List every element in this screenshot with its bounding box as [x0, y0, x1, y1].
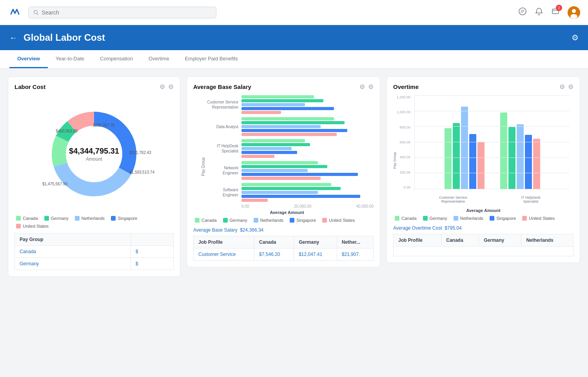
overtime-card: Overtime ⚙ ⚙ 0.00 200.00 400.00 600.00 8…	[387, 76, 580, 263]
avg-salary-summary: Average Base Salary $24,366.34	[193, 227, 374, 233]
search-box[interactable]	[28, 7, 216, 18]
settings-icon-ot[interactable]: ⚙	[568, 83, 573, 91]
col-amount	[131, 234, 173, 246]
settings-icon-salary[interactable]: ⚙	[368, 83, 374, 91]
header-bar: ← Global Labor Cost ⚙	[0, 25, 588, 50]
chart-area	[414, 95, 570, 189]
legend-dot-canada	[16, 216, 21, 221]
tab-ytd[interactable]: Year-to-Date	[48, 50, 92, 68]
nav-icons: 2	[518, 6, 580, 19]
bar-chart-horizontal: Pay Group Customer ServiceRepresentative	[193, 95, 374, 215]
search-input[interactable]	[42, 9, 211, 16]
labor-cost-table: Pay Group Canada $ Germany $	[15, 233, 174, 270]
bell-icon[interactable]	[535, 7, 543, 18]
col-netherlands-ot: Netherlands	[521, 234, 573, 246]
labor-cost-card: Labor Cost ⚙ ⚙ $292,967.35	[8, 76, 180, 277]
donut-chart: $292,967.35 $521,782.43 $460,963.89 $1,5…	[43, 103, 145, 205]
labor-cost-icons: ⚙ ⚙	[160, 83, 174, 91]
x-axis: 0.0020,000.0040,000.00	[241, 204, 374, 208]
overtime-table: Job Profile Canada Germany Netherlands	[393, 234, 573, 256]
overtime-icons: ⚙ ⚙	[559, 83, 573, 91]
labor-cost-title: Labor Cost	[15, 83, 160, 90]
bar-group-it-v	[500, 112, 540, 189]
inbox-icon[interactable]: 2	[551, 7, 560, 18]
svg-point-7	[570, 14, 577, 19]
col-germany: Germany	[294, 236, 337, 248]
notification-badge: 2	[556, 5, 562, 11]
bar-group-da: Data Analyst	[200, 117, 374, 136]
col-job-profile: Job Profile	[194, 236, 254, 248]
filter-icon-salary[interactable]: ⚙	[359, 83, 365, 91]
settings-icon[interactable]: ⚙	[572, 33, 579, 42]
bars-csr	[445, 107, 485, 189]
table-row: Customer Service $7,546.20 $12,047.41 $2…	[194, 248, 374, 261]
y-axis: 0.00 200.00 400.00 600.00 800.00 1,000.0…	[393, 95, 413, 189]
svg-text:$1,475,567.90: $1,475,567.90	[42, 182, 67, 186]
tab-compensation[interactable]: Compensation	[92, 50, 141, 68]
legend-dot-singapore	[111, 216, 116, 221]
bar-it-canada	[500, 112, 507, 189]
bars-it	[500, 112, 540, 189]
bar-csr-us	[477, 142, 485, 189]
overtime-summary: Average Overtime Cost $795.04	[393, 225, 573, 231]
svg-point-6	[572, 9, 576, 13]
avg-base-salary-card: Average Base Salary ⚙ ⚙ Pay Group Custom…	[187, 76, 380, 267]
y-axis-title: Pay Group	[393, 152, 397, 169]
col-job-profile-ot: Job Profile	[394, 234, 441, 246]
chat-icon[interactable]	[518, 7, 527, 18]
bar-csr-canada	[445, 128, 452, 189]
bar-it-us	[533, 139, 540, 189]
customer-service-link[interactable]: Customer Service	[198, 252, 236, 257]
x-axis-labels: Customer ServiceRepresentative IT HelpDe…	[414, 196, 570, 203]
legend-dot-us	[16, 224, 21, 228]
bar-it-netherlands	[517, 124, 524, 189]
labor-cost-legend: Canada Germany Netherlands Singapore Uni…	[15, 216, 174, 228]
germany-link[interactable]: Germany	[20, 261, 39, 266]
bar-group-ne: NetworkEngineer	[200, 161, 374, 180]
bar-csr-netherlands	[461, 107, 468, 189]
svg-text:$1,593,513.74: $1,593,513.74	[129, 170, 154, 174]
bar-csr-singapore	[469, 134, 476, 189]
labor-cost-header: Labor Cost ⚙ ⚙	[15, 83, 174, 91]
legend-dot-germany	[44, 216, 49, 221]
svg-line-2	[37, 13, 38, 14]
tab-employer-paid[interactable]: Employer Paid Benefits	[177, 50, 246, 68]
legend-us: United States	[16, 224, 49, 228]
main-content: Labor Cost ⚙ ⚙ $292,967.35	[0, 69, 588, 285]
bar-group-csr-v	[445, 107, 485, 189]
canada-link[interactable]: Canada	[20, 249, 36, 254]
avg-salary-title: Average Base Salary	[193, 83, 359, 90]
avg-salary-header: Average Base Salary ⚙ ⚙	[193, 83, 374, 91]
overtime-legend: Canada Germany Netherlands Singapore Uni…	[393, 216, 573, 221]
legend-netherlands: Netherlands	[75, 216, 105, 221]
overtime-header: Overtime ⚙ ⚙	[393, 83, 573, 91]
svg-text:$292,967.35: $292,967.35	[93, 123, 115, 127]
x-axis-title: Average Amount	[200, 210, 374, 215]
legend-canada: Canada	[16, 216, 38, 221]
settings-icon-lc[interactable]: ⚙	[168, 83, 174, 91]
donut-chart-container: $292,967.35 $521,782.43 $460,963.89 $1,5…	[15, 95, 174, 213]
col-pay-group: Pay Group	[15, 234, 131, 246]
table-row-empty	[394, 246, 573, 256]
filter-icon[interactable]: ⚙	[160, 83, 165, 91]
bars-container	[415, 95, 570, 189]
legend-dot-netherlands	[75, 216, 80, 221]
svg-text:$521,782.43: $521,782.43	[129, 150, 151, 155]
legend-singapore: Singapore	[111, 216, 137, 221]
table-row: Germany $	[15, 258, 174, 270]
tab-overtime[interactable]: Overtime	[141, 50, 177, 68]
legend-germany: Germany	[44, 216, 69, 221]
col-germany-ot: Germany	[479, 234, 521, 246]
filter-icon-ot[interactable]: ⚙	[559, 83, 565, 91]
avg-salary-table: Job Profile Canada Germany Nether... Cus…	[193, 236, 374, 261]
avatar[interactable]	[568, 6, 580, 19]
bar-group-it: IT HelpDeskSpecialist	[200, 139, 374, 158]
bar-csr-germany	[453, 123, 460, 189]
search-icon	[33, 10, 38, 15]
x-axis-title-ot: Average Amount	[393, 208, 573, 213]
bar-it-germany	[508, 127, 515, 189]
overtime-chart: 0.00 200.00 400.00 600.00 800.00 1,000.0…	[393, 95, 573, 205]
tab-overview[interactable]: Overview	[9, 50, 48, 68]
back-button[interactable]: ←	[9, 33, 17, 42]
col-canada-ot: Canada	[441, 234, 479, 246]
